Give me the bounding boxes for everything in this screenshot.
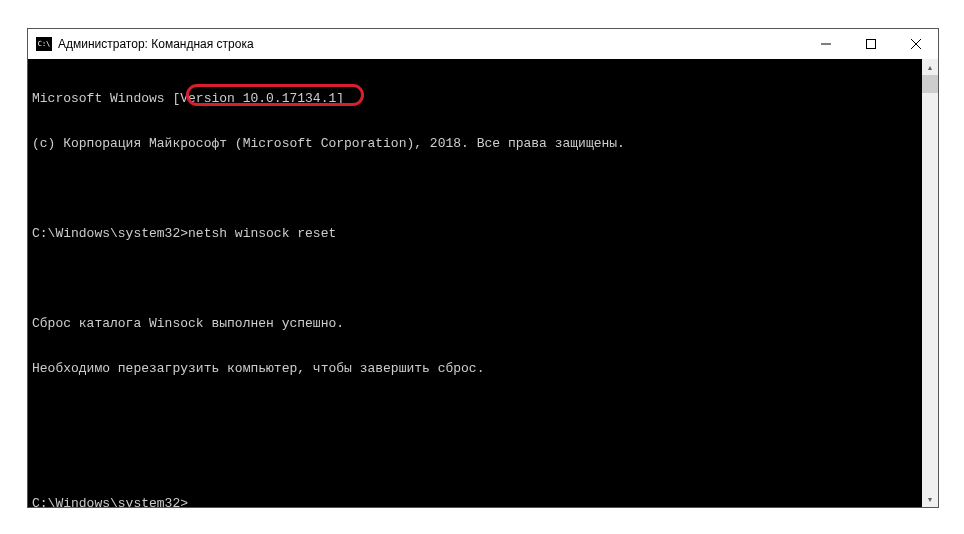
titlebar[interactable]: C:\ Администратор: Командная строка <box>28 29 938 59</box>
result-line-2: Необходимо перезагрузить компьютер, чтоб… <box>32 361 934 376</box>
prompt-line-2: C:\Windows\system32> <box>32 496 934 507</box>
copyright-line: (c) Корпорация Майкрософт (Microsoft Cor… <box>32 136 934 151</box>
window-controls <box>803 29 938 59</box>
scroll-up-arrow[interactable]: ▴ <box>922 59 938 75</box>
scroll-thumb[interactable] <box>922 75 938 93</box>
scroll-track[interactable] <box>922 75 938 491</box>
command-prompt-window: C:\ Администратор: Командная строка Micr… <box>27 28 939 508</box>
close-button[interactable] <box>893 29 938 59</box>
minimize-button[interactable] <box>803 29 848 59</box>
scroll-down-arrow[interactable]: ▾ <box>922 491 938 507</box>
prompt-line-1: C:\Windows\system32>netsh winsock reset <box>32 226 934 241</box>
maximize-button[interactable] <box>848 29 893 59</box>
vertical-scrollbar[interactable]: ▴ ▾ <box>922 59 938 507</box>
result-line-1: Сброс каталога Winsock выполнен успешно. <box>32 316 934 331</box>
window-title: Администратор: Командная строка <box>58 37 803 51</box>
version-line: Microsoft Windows [Version 10.0.17134.1] <box>32 91 934 106</box>
command-text: 2>netsh winsock reset <box>172 226 336 241</box>
svg-rect-1 <box>866 40 875 49</box>
console-output: Microsoft Windows [Version 10.0.17134.1]… <box>28 59 938 507</box>
console-area[interactable]: Microsoft Windows [Version 10.0.17134.1]… <box>28 59 938 507</box>
cmd-icon: C:\ <box>36 37 52 51</box>
